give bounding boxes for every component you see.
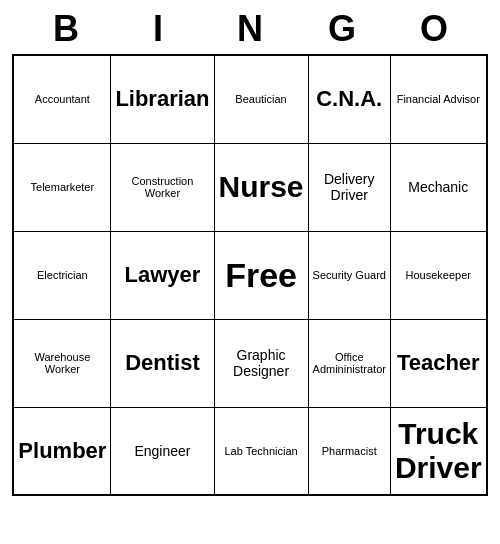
table-row: Warehouse WorkerDentistGraphic DesignerO…: [13, 319, 486, 407]
bingo-cell: Mechanic: [390, 143, 486, 231]
table-row: ElectricianLawyerFreeSecurity GuardHouse…: [13, 231, 486, 319]
bingo-cell: Financial Advisor: [390, 55, 486, 143]
bingo-cell: Electrician: [13, 231, 111, 319]
bingo-cell: Truck Driver: [390, 407, 486, 495]
bingo-cell: Graphic Designer: [214, 319, 308, 407]
letter-o: O: [392, 8, 476, 50]
bingo-cell: Dentist: [111, 319, 214, 407]
bingo-cell: Teacher: [390, 319, 486, 407]
bingo-cell: Plumber: [13, 407, 111, 495]
bingo-cell: Lawyer: [111, 231, 214, 319]
bingo-cell: C.N.A.: [308, 55, 390, 143]
bingo-cell: Warehouse Worker: [13, 319, 111, 407]
table-row: TelemarketerConstruction WorkerNurseDeli…: [13, 143, 486, 231]
bingo-table: AccountantLibrarianBeauticianC.N.A.Finan…: [12, 54, 487, 496]
letter-g: G: [300, 8, 384, 50]
bingo-cell: Security Guard: [308, 231, 390, 319]
table-row: AccountantLibrarianBeauticianC.N.A.Finan…: [13, 55, 486, 143]
bingo-cell: Pharmacist: [308, 407, 390, 495]
table-row: PlumberEngineerLab TechnicianPharmacistT…: [13, 407, 486, 495]
letter-i: I: [116, 8, 200, 50]
bingo-cell: Delivery Driver: [308, 143, 390, 231]
letter-b: B: [24, 8, 108, 50]
letter-n: N: [208, 8, 292, 50]
bingo-cell: Office Admininistrator: [308, 319, 390, 407]
bingo-cell: Librarian: [111, 55, 214, 143]
bingo-cell: Lab Technician: [214, 407, 308, 495]
bingo-cell: Beautician: [214, 55, 308, 143]
bingo-cell: Accountant: [13, 55, 111, 143]
bingo-cell: Telemarketer: [13, 143, 111, 231]
bingo-cell: Engineer: [111, 407, 214, 495]
bingo-cell: Free: [214, 231, 308, 319]
bingo-cell: Construction Worker: [111, 143, 214, 231]
bingo-cell: Housekeeper: [390, 231, 486, 319]
bingo-cell: Nurse: [214, 143, 308, 231]
bingo-header: B I N G O: [20, 0, 480, 54]
